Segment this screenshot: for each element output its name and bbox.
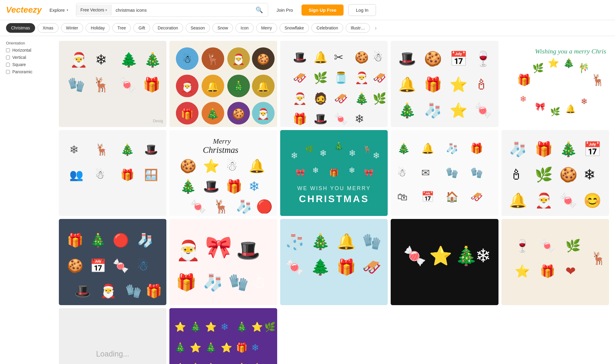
tag-celebration[interactable]: Celebration — [311, 23, 343, 33]
tag-season[interactable]: Season — [186, 23, 210, 33]
grid-item-4[interactable]: 🎩 🍪 📅 🍷 🔔 🎁 ⭐ 🕯 🎄 🧦 ⭐ 🍬 — [391, 41, 498, 127]
square-checkbox[interactable] — [6, 63, 10, 67]
grid-item-9[interactable]: 🎄 🔔 🧦 🎁 ☃ ✉ 🧤 🧤 🛍 📅 🏠 🛷 — [391, 130, 498, 216]
svg-text:🎁: 🎁 — [143, 76, 161, 93]
svg-text:⭐: ⭐ — [252, 321, 263, 332]
filter-square[interactable]: Square — [6, 62, 54, 67]
svg-text:🍬: 🍬 — [190, 199, 207, 214]
search-icon: 🔍 — [256, 7, 263, 13]
tag-xmas[interactable]: Xmas — [38, 23, 59, 33]
explore-label: Explore — [50, 8, 65, 13]
chevron-down-icon: ▾ — [67, 8, 68, 12]
svg-text:☃: ☃ — [226, 158, 238, 173]
grid-item-2[interactable]: ☃ 🦌 🎅 🍪 🎅 🔔 🎄 — [169, 41, 277, 127]
tag-decoration[interactable]: Decoration — [153, 23, 183, 33]
tag-tree[interactable]: Tree — [112, 23, 131, 33]
tag-icon[interactable]: Icon — [235, 23, 253, 33]
orientation-label: Orientation — [6, 41, 54, 45]
search-bar: Free Vectors ▾ 🔍 — [76, 3, 268, 17]
grid-item-7[interactable]: Merry Christmas 🍪 ⭐ ☃ 🔔 🎄 🎩 🎁 ❄ 🍬 — [169, 130, 277, 216]
tag-next-button[interactable]: › — [372, 24, 379, 32]
filter-panoramic[interactable]: Panoramic — [6, 69, 54, 74]
svg-text:🎄: 🎄 — [455, 245, 478, 267]
grid-item-6[interactable]: ❄ 🦌 🎄 🎩 👥 ☃ 🎁 🪟 — [59, 130, 166, 216]
tag-gift[interactable]: Gift — [133, 23, 150, 33]
svg-text:⭐: ⭐ — [190, 342, 201, 353]
search-button[interactable]: 🔍 — [251, 3, 268, 17]
svg-text:🎄: 🎄 — [90, 233, 106, 248]
svg-text:😊: 😊 — [583, 192, 601, 209]
svg-text:🛷: 🛷 — [334, 92, 348, 105]
panoramic-label: Panoramic — [12, 69, 32, 74]
search-input[interactable] — [111, 5, 251, 16]
tag-snowflake[interactable]: Snowflake — [280, 23, 309, 33]
grid-item-10[interactable]: 🧦 🎁 🎄 📅 🕯 🌿 🍪 ❄ 🔔 🎅 🍬 😊 — [501, 130, 609, 216]
svg-text:🎁: 🎁 — [424, 76, 442, 93]
svg-text:❄: ❄ — [583, 167, 595, 183]
svg-text:📅: 📅 — [450, 50, 468, 67]
svg-text:⭐: ⭐ — [205, 362, 217, 364]
panoramic-checkbox[interactable] — [6, 70, 10, 74]
grid-item-17[interactable]: ⭐ 🎄 ⭐ ❄ 🎄 ⭐ 🌿 🎄 ⭐ 🎄 ⭐ 🎁 ❄ ⭐ — [169, 308, 277, 364]
tag-illustration[interactable]: Illustr… — [346, 23, 370, 33]
svg-text:🌿: 🌿 — [314, 71, 328, 85]
grid-item-1[interactable]: 🎅 ❄ 🌲 🎄 🧤 🦌 🍬 🎁 — [59, 41, 166, 127]
svg-text:🍬: 🍬 — [113, 258, 129, 274]
svg-text:🍪: 🍪 — [354, 51, 368, 64]
svg-text:🌿: 🌿 — [532, 62, 544, 74]
svg-text:🎄: 🎄 — [354, 92, 368, 105]
svg-text:⭐: ⭐ — [203, 158, 220, 174]
svg-text:🎄: 🎄 — [174, 342, 186, 353]
svg-text:⭐: ⭐ — [514, 264, 530, 279]
svg-text:❄: ❄ — [520, 94, 526, 104]
join-pro-button[interactable]: Join Pro — [273, 6, 297, 14]
grid-item-13[interactable]: 🧦 🎄 🔔 🧤 🍬 🌲 🎁 🛷 — [280, 219, 388, 305]
svg-text:🎩: 🎩 — [314, 112, 328, 126]
tag-snow[interactable]: Snow — [212, 23, 233, 33]
grid-item-15[interactable]: 🍷 🍬 🌿 ⭐ 🎁 ❤ 🦌 — [501, 219, 609, 305]
svg-text:🎁: 🎁 — [337, 258, 356, 276]
grid-item-11[interactable]: 🎁 🎄 🔴 🧦 🍪 📅 🍬 ☃ 🎩 🎅 🧤 🎁 — [59, 219, 166, 305]
svg-text:🎁: 🎁 — [470, 142, 483, 155]
svg-text:🔔: 🔔 — [398, 76, 416, 93]
svg-text:🛷: 🛷 — [470, 191, 483, 203]
tag-holiday[interactable]: Holiday — [86, 23, 110, 33]
svg-text:🎅: 🎅 — [232, 53, 245, 65]
grid-item-5[interactable]: Wishing you a merry Christmas 🎁 🌿 ⭐ 🎄 🎋 … — [501, 41, 609, 127]
svg-text:🍪: 🍪 — [180, 158, 197, 174]
svg-text:🕯: 🕯 — [474, 77, 489, 93]
svg-text:🎁: 🎁 — [146, 284, 162, 299]
grid-item-3[interactable]: 🎩 🔔 ✂ 🍪 ☃ 🛷 🌿 🫙 🎅 🛷 🎅 🧔 🛷 🎄 — [280, 41, 388, 127]
svg-text:🛷: 🛷 — [362, 258, 382, 276]
tag-winter[interactable]: Winter — [61, 23, 83, 33]
svg-text:🎁: 🎁 — [236, 342, 248, 353]
svg-text:WE WISH YOU MERRY: WE WISH YOU MERRY — [297, 185, 371, 191]
signup-button[interactable]: Sign Up Free — [301, 5, 344, 16]
grid-item-12[interactable]: 🎅 🎀 🎩 🎁 🧦 🧤 ☃ — [169, 219, 277, 305]
grid-item-16[interactable]: Loading... — [59, 308, 166, 364]
horizontal-checkbox[interactable] — [6, 48, 10, 52]
svg-text:🎄: 🎄 — [207, 108, 220, 120]
tag-christmas[interactable]: Christmas — [6, 23, 35, 33]
svg-text:🎅: 🎅 — [535, 192, 553, 209]
filter-vertical[interactable]: Vertical — [6, 55, 54, 60]
search-type-button[interactable]: Free Vectors ▾ — [76, 5, 111, 15]
svg-text:🎁: 🎁 — [67, 233, 83, 248]
svg-text:🎄: 🎄 — [232, 80, 245, 93]
vertical-checkbox[interactable] — [6, 56, 10, 59]
svg-text:📅: 📅 — [421, 191, 434, 203]
grid-item-8[interactable]: ❄ 🌿 ❄ 🎄 ❄ 🦌 ❄ 🎀 ❄ 🎁 ❄ 🎀 — [280, 130, 388, 216]
svg-text:❄: ❄ — [372, 151, 380, 160]
svg-text:⭐: ⭐ — [547, 57, 559, 68]
svg-text:🎀: 🎀 — [364, 168, 374, 177]
search-type-label: Free Vectors — [80, 8, 104, 12]
svg-text:🧔: 🧔 — [314, 92, 328, 105]
explore-button[interactable]: Explore ▾ — [47, 6, 71, 14]
svg-text:❄: ❄ — [95, 52, 107, 68]
grid-item-14[interactable]: 🍬 ⭐ 🎄 ❄ — [391, 219, 498, 305]
tag-merry[interactable]: Merry — [256, 23, 277, 33]
login-button[interactable]: Log In — [348, 4, 376, 16]
main-content: Orientation Horizontal Vertical Square P… — [0, 36, 615, 364]
filter-horizontal[interactable]: Horizontal — [6, 48, 54, 53]
svg-text:🎅: 🎅 — [181, 80, 194, 93]
